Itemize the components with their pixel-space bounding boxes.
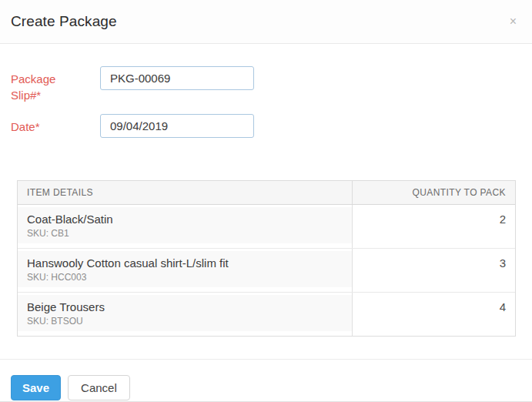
package-form: Package Slip#* Date* bbox=[0, 44, 532, 149]
item-details-cell: Hanswooly Cotton casual shirt-L/slim fit… bbox=[18, 249, 353, 292]
table-header-row: ITEM DETAILS QUANTITY TO PACK bbox=[18, 181, 515, 205]
date-label: Date* bbox=[11, 114, 72, 135]
cancel-button[interactable]: Cancel bbox=[68, 375, 130, 400]
modal-footer: Save Cancel bbox=[0, 359, 532, 402]
column-header-quantity-to-pack: QUANTITY TO PACK bbox=[353, 187, 515, 198]
column-header-item-details: ITEM DETAILS bbox=[18, 181, 353, 204]
item-name: Coat-Black/Satin bbox=[27, 212, 343, 226]
table-row: Beige Trousers SKU: BTSOU 4 bbox=[18, 292, 515, 336]
package-slip-input[interactable] bbox=[100, 66, 254, 90]
date-input[interactable] bbox=[100, 114, 254, 138]
item-name: Beige Trousers bbox=[27, 300, 343, 314]
item-box: Coat-Black/Satin SKU: CB1 bbox=[18, 207, 352, 243]
date-field-row: Date* bbox=[11, 114, 532, 138]
item-details-cell: Beige Trousers SKU: BTSOU bbox=[18, 293, 353, 336]
item-sku: SKU: CB1 bbox=[27, 228, 343, 240]
item-box: Hanswooly Cotton casual shirt-L/slim fit… bbox=[18, 251, 352, 287]
save-button[interactable]: Save bbox=[11, 375, 61, 400]
close-icon[interactable]: × bbox=[507, 14, 520, 29]
quantity-value[interactable]: 4 bbox=[353, 293, 515, 336]
item-sku: SKU: BTSOU bbox=[27, 316, 343, 327]
item-sku: SKU: HCC003 bbox=[27, 272, 343, 283]
modal-title: Create Package bbox=[11, 13, 117, 30]
package-slip-field-row: Package Slip#* bbox=[11, 66, 532, 103]
item-details-cell: Coat-Black/Satin SKU: CB1 bbox=[18, 205, 353, 248]
table-row: Coat-Black/Satin SKU: CB1 2 bbox=[18, 205, 515, 248]
create-package-modal: Create Package × Package Slip#* Date* IT… bbox=[0, 0, 532, 402]
quantity-value[interactable]: 2 bbox=[353, 205, 515, 248]
item-box: Beige Trousers SKU: BTSOU bbox=[18, 295, 352, 331]
table-row: Hanswooly Cotton casual shirt-L/slim fit… bbox=[18, 248, 515, 292]
quantity-value[interactable]: 3 bbox=[353, 249, 515, 292]
modal-header: Create Package × bbox=[0, 0, 532, 44]
package-slip-label: Package Slip#* bbox=[11, 66, 72, 103]
items-table: ITEM DETAILS QUANTITY TO PACK Coat-Black… bbox=[17, 180, 516, 337]
item-name: Hanswooly Cotton casual shirt-L/slim fit bbox=[27, 256, 343, 270]
